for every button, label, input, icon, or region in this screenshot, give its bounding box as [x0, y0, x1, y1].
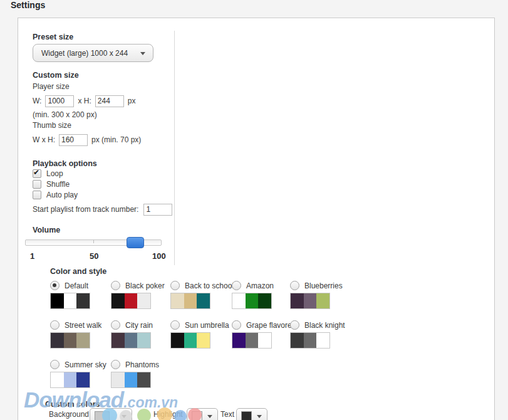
- color-swatch: [125, 293, 138, 308]
- color-swatch: [64, 333, 77, 348]
- background-color-dropdown[interactable]: [90, 408, 132, 420]
- shuffle-label: Shuffle: [46, 180, 70, 189]
- style-swatches-amazon: [232, 293, 272, 309]
- color-swatch: [125, 372, 138, 387]
- start-track-input[interactable]: [143, 204, 172, 216]
- style-label-summer-sky: Summer sky: [65, 360, 106, 369]
- player-height-input[interactable]: [95, 95, 124, 107]
- autoplay-option[interactable]: Auto play: [33, 191, 78, 199]
- color-swatch: [64, 293, 77, 308]
- style-swatches-city-rain: [111, 332, 151, 349]
- shuffle-option[interactable]: Shuffle: [33, 180, 70, 189]
- radio-black-poker[interactable]: [111, 281, 120, 290]
- loop-label: Loop: [46, 169, 63, 178]
- style-option-city-rain[interactable]: City rain: [111, 320, 168, 349]
- color-swatch: [184, 333, 197, 348]
- style-option-summer-sky[interactable]: Summer sky: [50, 360, 108, 388]
- highlight-label: Highlight: [153, 410, 183, 419]
- style-option-amazon[interactable]: Amazon: [232, 281, 289, 309]
- radio-summer-sky[interactable]: [50, 360, 60, 369]
- playback-options-heading: Playback options: [33, 159, 97, 168]
- radio-amazon[interactable]: [232, 281, 241, 290]
- loop-option[interactable]: Loop: [33, 169, 63, 178]
- volume-mid-tick: [93, 240, 94, 243]
- style-label-grape-flavored: Grape flavored: [246, 321, 296, 330]
- style-label-back-to-school: Back to school: [185, 281, 234, 290]
- height-label: x H:: [78, 97, 91, 105]
- custom-colors-heading: Custom colors: [45, 400, 100, 409]
- chevron-down-icon: [122, 415, 127, 418]
- style-option-default[interactable]: Default: [50, 281, 108, 309]
- width-label: W:: [33, 97, 41, 105]
- radio-blueberries[interactable]: [290, 281, 299, 290]
- style-swatches-blueberries: [290, 293, 330, 309]
- background-label: Background: [49, 410, 89, 419]
- style-swatches-default: [50, 293, 90, 309]
- chevron-down-icon: [207, 415, 212, 418]
- autoplay-checkbox[interactable]: [33, 191, 41, 199]
- start-track-label: Start playlist from track number:: [33, 205, 138, 214]
- color-swatch: [171, 293, 184, 308]
- color-swatch: [291, 293, 304, 308]
- chevron-down-icon: [257, 415, 262, 418]
- style-option-phantoms[interactable]: Phantoms: [111, 360, 168, 388]
- volume-max-label: 100: [152, 251, 166, 261]
- background-swatch: [95, 411, 110, 420]
- volume-slider-handle[interactable]: [127, 237, 144, 248]
- preset-size-value: Widget (large) 1000 x 244: [33, 49, 128, 58]
- radio-sun-umbrella[interactable]: [170, 320, 180, 330]
- style-option-black-poker[interactable]: Black poker: [111, 281, 168, 309]
- player-size-label: Player size: [33, 82, 70, 91]
- thumb-wh-label: W x H:: [33, 135, 55, 144]
- color-swatch: [258, 293, 271, 308]
- style-label-sun-umbrella: Sun umbrella: [185, 321, 229, 330]
- color-style-heading: Color and style: [50, 267, 106, 276]
- color-swatch: [111, 293, 125, 308]
- radio-black-knight[interactable]: [290, 320, 299, 330]
- style-label-phantoms: Phantoms: [125, 360, 159, 369]
- color-swatch: [76, 372, 90, 387]
- loop-checkbox[interactable]: [33, 169, 41, 178]
- color-swatch: [51, 293, 64, 308]
- text-swatch: [241, 411, 252, 420]
- color-swatch: [171, 333, 184, 348]
- color-swatch: [304, 293, 317, 308]
- style-option-grape-flavored[interactable]: Grape flavored: [232, 320, 289, 349]
- thumb-min-note: px (min. 70 px): [91, 135, 141, 144]
- style-swatches-sun-umbrella: [170, 332, 210, 349]
- shuffle-checkbox[interactable]: [33, 180, 41, 189]
- color-swatch: [246, 293, 259, 308]
- settings-screen: Settings Preset size Widget (large) 1000…: [0, 0, 508, 420]
- color-swatch: [111, 333, 125, 348]
- style-label-black-knight: Black knight: [304, 321, 345, 330]
- vertical-divider: [174, 31, 175, 265]
- style-label-black-poker: Black poker: [125, 281, 165, 290]
- radio-grape-flavored[interactable]: [232, 320, 241, 330]
- style-option-black-knight[interactable]: Black knight: [290, 320, 348, 349]
- style-label-street-walk: Street walk: [65, 321, 101, 330]
- radio-street-walk[interactable]: [50, 320, 60, 330]
- radio-phantoms[interactable]: [111, 360, 120, 369]
- radio-city-rain[interactable]: [111, 320, 120, 330]
- player-size-min-note: (min. 300 x 200 px): [33, 110, 97, 119]
- thumb-size-input[interactable]: [59, 134, 88, 146]
- volume-min-label: 1: [30, 251, 34, 261]
- radio-default[interactable]: [50, 281, 60, 290]
- color-swatch: [137, 372, 150, 387]
- px-label: px: [128, 97, 136, 105]
- style-option-street-walk[interactable]: Street walk: [50, 320, 108, 349]
- style-swatches-black-knight: [290, 332, 330, 349]
- highlight-color-dropdown[interactable]: [187, 408, 218, 420]
- color-swatch: [246, 333, 259, 348]
- style-option-blueberries[interactable]: Blueberries: [290, 281, 348, 309]
- player-width-input[interactable]: [45, 95, 74, 107]
- style-option-back-to-school[interactable]: Back to school: [170, 281, 228, 309]
- radio-back-to-school[interactable]: [170, 281, 180, 290]
- start-track-row: Start playlist from track number:: [33, 203, 172, 216]
- style-swatches-back-to-school: [170, 293, 210, 309]
- style-option-sun-umbrella[interactable]: Sun umbrella: [170, 320, 228, 349]
- text-color-dropdown[interactable]: [236, 408, 267, 420]
- style-swatches-black-poker: [111, 293, 151, 309]
- preset-size-dropdown[interactable]: Widget (large) 1000 x 244: [33, 44, 153, 62]
- text-color-label: Text: [220, 410, 234, 419]
